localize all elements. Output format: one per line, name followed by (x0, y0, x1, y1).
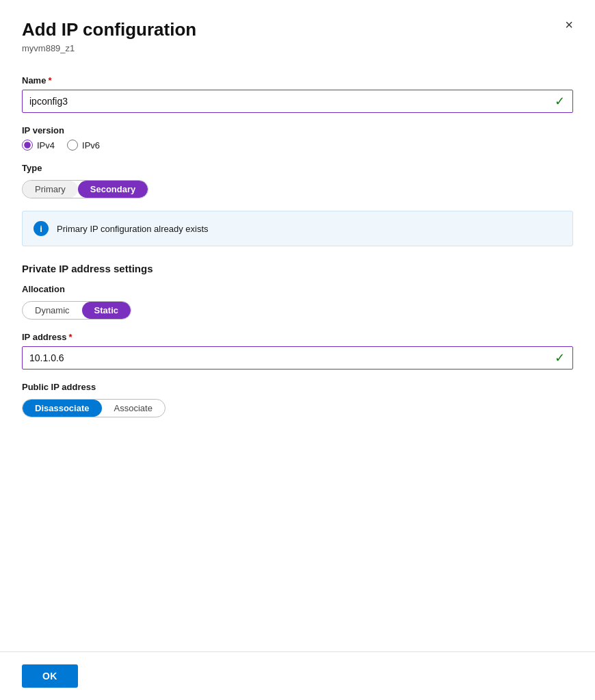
disassociate-button[interactable]: Disassociate (23, 400, 102, 417)
name-field-group: Name* ✓ (22, 75, 573, 113)
info-banner: i Primary IP configuration already exist… (22, 211, 573, 246)
allocation-field-group: Allocation Dynamic Static (22, 284, 573, 320)
ip-version-field-group: IP version IPv4 IPv6 (22, 125, 573, 151)
associate-button[interactable]: Associate (102, 400, 165, 417)
panel-header: Add IP configuration myvm889_z1 × (0, 0, 595, 62)
public-ip-label: Public IP address (22, 382, 573, 392)
ip-version-radio-group: IPv4 IPv6 (22, 140, 573, 151)
ipv4-option[interactable]: IPv4 (22, 140, 55, 151)
ipv4-label: IPv4 (37, 140, 55, 151)
name-input[interactable] (22, 90, 573, 113)
panel-title: Add IP configuration (22, 19, 573, 40)
info-icon: i (34, 221, 49, 236)
public-ip-toggle-group: Disassociate Associate (22, 399, 166, 417)
add-ip-config-panel: Add IP configuration myvm889_z1 × Name* … (0, 0, 595, 700)
panel-footer: OK (0, 651, 595, 700)
ip-address-input[interactable] (22, 346, 573, 370)
allocation-dynamic-button[interactable]: Dynamic (23, 302, 82, 319)
name-valid-icon: ✓ (555, 94, 565, 109)
type-label: Type (22, 163, 573, 173)
panel-body: Name* ✓ IP version IPv4 IPv6 (0, 62, 595, 651)
allocation-static-button[interactable]: Static (82, 302, 131, 319)
ip-address-required-marker: * (69, 332, 72, 342)
type-field-group: Type Primary Secondary (22, 163, 573, 198)
info-banner-text: Primary IP configuration already exists (57, 224, 209, 234)
ok-button[interactable]: OK (22, 664, 78, 688)
public-ip-field-group: Public IP address Disassociate Associate (22, 382, 573, 417)
allocation-toggle-group: Dynamic Static (22, 301, 131, 320)
name-required-marker: * (48, 75, 51, 86)
ip-address-input-wrapper: ✓ (22, 346, 573, 370)
ipv4-radio[interactable] (22, 140, 33, 151)
close-button[interactable]: × (562, 15, 576, 34)
ip-address-label: IP address* (22, 332, 573, 342)
private-ip-section-title: Private IP address settings (22, 263, 573, 274)
ip-version-label: IP version (22, 125, 573, 135)
name-input-wrapper: ✓ (22, 90, 573, 113)
type-secondary-button[interactable]: Secondary (78, 181, 148, 198)
ipv6-radio[interactable] (67, 140, 78, 151)
name-label: Name* (22, 75, 573, 86)
panel-subtitle: myvm889_z1 (22, 43, 573, 53)
type-primary-button[interactable]: Primary (23, 181, 78, 198)
type-toggle-group: Primary Secondary (22, 180, 148, 198)
ip-address-valid-icon: ✓ (555, 350, 565, 365)
ipv6-option[interactable]: IPv6 (67, 140, 100, 151)
allocation-label: Allocation (22, 284, 573, 294)
ipv6-label: IPv6 (82, 140, 100, 151)
ip-address-field-group: IP address* ✓ (22, 332, 573, 370)
